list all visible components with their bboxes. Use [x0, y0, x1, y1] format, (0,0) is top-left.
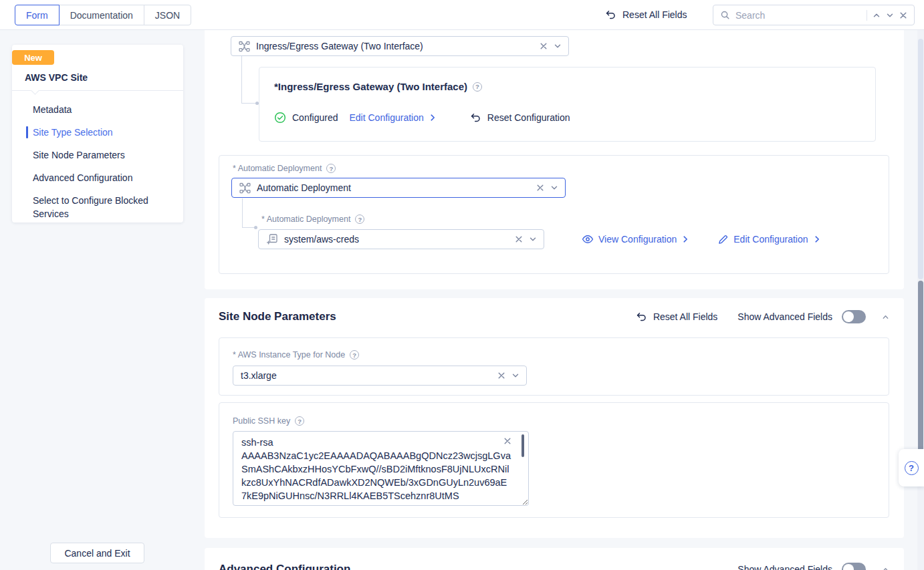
- help-circle-icon: ?: [326, 164, 336, 173]
- configured-status: Configured: [292, 112, 338, 123]
- help-circle-icon: ?: [295, 416, 304, 426]
- one-of-icon: [239, 41, 250, 52]
- automatic-deployment-value: Automatic Deployment: [257, 182, 530, 193]
- pencil-icon: [717, 234, 729, 245]
- clear-icon[interactable]: [503, 437, 511, 445]
- tab-json[interactable]: JSON: [144, 5, 191, 25]
- edit-configuration-link[interactable]: Edit Configuration: [717, 234, 820, 245]
- ssh-key-card: Public SSH key ? ssh-rsa AAAAB3NzaC1yc2E…: [219, 402, 889, 518]
- eye-icon: [582, 233, 594, 245]
- site-node-parameters-title: Site Node Parameters: [219, 310, 336, 323]
- connector-line: [241, 56, 257, 104]
- reset-all-fields-label: Reset All Fields: [622, 9, 687, 20]
- reset-all-fields-button[interactable]: Reset All Fields: [605, 0, 687, 29]
- instance-type-card: * AWS Instance Type for Node ? t3.xlarge: [219, 337, 889, 396]
- undo-icon: [636, 311, 647, 323]
- sidebar-notch: [31, 86, 39, 95]
- chevron-right-icon: [429, 114, 437, 122]
- search-close-icon[interactable]: [899, 11, 907, 19]
- section-reset-all-fields-button[interactable]: Reset All Fields: [636, 311, 717, 323]
- credentials-label: * Automatic Deployment: [261, 215, 350, 224]
- reference-object-icon: [266, 233, 278, 245]
- connector-dot: [254, 226, 257, 229]
- clear-icon[interactable]: [536, 184, 544, 192]
- sidebar-item-blocked-services[interactable]: Select to Configure Blocked Services: [12, 189, 166, 225]
- site-node-parameters-panel: Site Node Parameters Reset All Fields Sh…: [205, 298, 904, 538]
- search-input[interactable]: [735, 10, 861, 21]
- show-advanced-fields-toggle[interactable]: [842, 310, 866, 323]
- show-advanced-fields-toggle[interactable]: [842, 563, 866, 570]
- chevron-down-icon[interactable]: [511, 372, 519, 380]
- help-circle-icon: ?: [355, 215, 364, 224]
- instance-type-select[interactable]: t3.xlarge: [233, 366, 527, 386]
- sidebar-item-site-node-parameters[interactable]: Site Node Parameters: [12, 144, 183, 166]
- one-of-icon: [239, 182, 251, 194]
- sidebar-title: AWS VPC Site: [25, 72, 88, 83]
- page-scrollbar-thumb[interactable]: [918, 281, 923, 460]
- clear-icon[interactable]: [497, 372, 505, 380]
- undo-icon: [470, 112, 481, 124]
- search-box: [713, 5, 915, 25]
- gateway-configured-card: *Ingress/Egress Gateway (Two Interface) …: [259, 67, 876, 142]
- toggle-knob: [843, 564, 854, 570]
- sidebar-item-metadata[interactable]: Metadata: [12, 98, 183, 121]
- sidebar-item-site-type-selection[interactable]: Site Type Selection: [12, 121, 183, 144]
- search-icon: [720, 10, 730, 20]
- instance-type-value: t3.xlarge: [241, 370, 491, 381]
- advanced-configuration-title: Advanced Configuration: [219, 563, 350, 570]
- automatic-deployment-label: * Automatic Deployment: [233, 164, 322, 173]
- question-mark-icon: ?: [905, 461, 919, 475]
- help-circle-icon: ?: [350, 350, 359, 360]
- sidebar-nav: Metadata Site Type Selection Site Node P…: [12, 98, 183, 225]
- check-circle-icon: [274, 112, 286, 124]
- collapse-section-icon[interactable]: [882, 313, 889, 321]
- reset-configuration-button[interactable]: Reset Configuration: [470, 112, 570, 124]
- sidebar-card: New AWS VPC Site Metadata Site Type Sele…: [12, 45, 183, 223]
- ssh-key-label: Public SSH key: [233, 416, 290, 426]
- view-configuration-link[interactable]: View Configuration: [582, 233, 689, 245]
- ssh-key-textarea[interactable]: ssh-rsa AAAAB3NzaC1yc2EAAAADAQABAAABgQDN…: [233, 431, 529, 506]
- automatic-deployment-select[interactable]: Automatic Deployment: [231, 178, 566, 198]
- chevron-down-icon[interactable]: [550, 184, 558, 192]
- undo-icon: [605, 9, 616, 21]
- gateway-type-select[interactable]: Ingress/Egress Gateway (Two Interface): [231, 36, 569, 56]
- chevron-down-icon[interactable]: [529, 235, 537, 243]
- help-button[interactable]: ?: [899, 449, 924, 486]
- edit-configuration-link[interactable]: Edit Configuration: [350, 112, 437, 123]
- search-prev-icon[interactable]: [873, 11, 881, 19]
- clear-icon[interactable]: [515, 235, 523, 243]
- textarea-scrollbar-thumb[interactable]: [522, 434, 524, 457]
- site-type-selection-panel: Ingress/Egress Gateway (Two Interface) *…: [205, 30, 904, 289]
- instance-type-label: * AWS Instance Type for Node: [233, 350, 345, 360]
- cancel-and-exit-button[interactable]: Cancel and Exit: [50, 543, 144, 563]
- collapse-section-icon[interactable]: [882, 566, 889, 570]
- sidebar-item-advanced-configuration[interactable]: Advanced Configuration: [12, 166, 183, 189]
- automatic-deployment-card: * Automatic Deployment ? Automatic Deplo…: [219, 155, 889, 274]
- top-bar: Form Documentation JSON Reset All Fields: [0, 0, 924, 30]
- show-advanced-fields-label: Show Advanced Fields: [737, 564, 832, 570]
- toggle-knob: [843, 311, 854, 322]
- search-next-icon[interactable]: [886, 11, 894, 19]
- search-divider: [867, 10, 867, 21]
- show-advanced-fields-label: Show Advanced Fields: [737, 311, 832, 322]
- page-scrollbar-segment: [918, 39, 923, 279]
- help-circle-icon: ?: [473, 82, 482, 92]
- chevron-right-icon: [813, 235, 821, 243]
- clear-icon[interactable]: [540, 42, 548, 50]
- view-tabs: Form Documentation JSON: [15, 5, 191, 25]
- gateway-type-value: Ingress/Egress Gateway (Two Interface): [256, 41, 534, 51]
- cloud-credentials-select[interactable]: system/aws-creds: [258, 229, 544, 249]
- tab-documentation[interactable]: Documentation: [59, 5, 144, 25]
- advanced-configuration-panel: Advanced Configuration Show Advanced Fie…: [205, 548, 904, 570]
- chevron-right-icon: [681, 235, 689, 243]
- new-badge: New: [12, 50, 54, 65]
- cloud-credentials-value: system/aws-creds: [284, 234, 509, 245]
- connector-line: [242, 198, 255, 228]
- chevron-down-icon[interactable]: [554, 42, 562, 50]
- gateway-card-title: *Ingress/Egress Gateway (Two Interface): [274, 81, 467, 92]
- tab-form[interactable]: Form: [15, 5, 60, 25]
